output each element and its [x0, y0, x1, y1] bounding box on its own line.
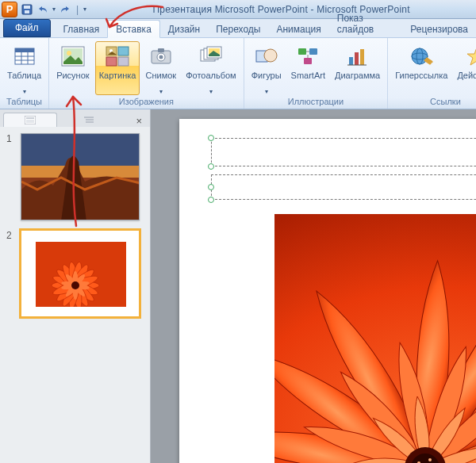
- table-icon: [12, 44, 37, 69]
- thumbnails: 1 2: [0, 127, 150, 333]
- slide-image[interactable]: [274, 214, 476, 463]
- action-icon: [464, 44, 476, 69]
- picture-icon: [60, 44, 86, 69]
- svg-rect-4: [15, 48, 34, 52]
- app-menu-button[interactable]: P: [2, 2, 17, 17]
- slide-thumbnail-1[interactable]: [21, 133, 140, 220]
- shapes-icon: [254, 44, 279, 69]
- slide-number: 1: [6, 133, 16, 220]
- group-illustrations: Фигуры ▾ SmartArt Диаграмма Иллюстрации: [244, 38, 389, 109]
- svg-point-20: [159, 55, 163, 59]
- smartart-button[interactable]: SmartArt: [287, 41, 329, 95]
- svg-rect-15: [118, 57, 129, 66]
- svg-point-26: [264, 49, 277, 62]
- group-label-links: Ссылки: [391, 95, 476, 109]
- flower-image-icon: [36, 242, 126, 307]
- tab-insert[interactable]: Вставка: [107, 20, 160, 38]
- tab-home[interactable]: Главная: [56, 21, 108, 37]
- ribbon-tabs: Файл Главная Вставка Дизайн Переходы Ани…: [0, 19, 476, 38]
- svg-rect-27: [298, 48, 306, 55]
- chart-button[interactable]: Диаграмма: [331, 41, 384, 95]
- outline-icon: [83, 116, 94, 124]
- svg-rect-13: [118, 47, 129, 55]
- work-area: × 1 2: [0, 109, 476, 463]
- svg-rect-2: [25, 10, 29, 13]
- group-label-tables: Таблицы: [3, 95, 45, 109]
- panel-close-button[interactable]: ×: [131, 115, 147, 127]
- slide[interactable]: [179, 119, 476, 463]
- tab-review[interactable]: Рецензирова: [402, 21, 476, 37]
- clipart-button[interactable]: Картинка: [95, 41, 140, 95]
- clipart-icon: [105, 44, 130, 69]
- slide-thumbnail-2[interactable]: [21, 230, 140, 317]
- panel-tab-slides[interactable]: [3, 113, 57, 127]
- resize-handle-icon[interactable]: [208, 197, 214, 203]
- photoalbum-icon: [198, 44, 224, 69]
- resize-handle-icon[interactable]: [208, 135, 214, 141]
- group-links: Гиперссылка Действие Ссылки: [388, 38, 476, 109]
- svg-rect-33: [355, 52, 359, 65]
- svg-marker-39: [467, 48, 476, 65]
- photoalbum-button[interactable]: Фотоальбом ▾: [182, 41, 240, 95]
- chart-icon: [345, 44, 370, 69]
- photoalbum-dropdown-icon: ▾: [209, 90, 213, 94]
- shapes-dropdown-icon: ▾: [265, 90, 268, 94]
- svg-rect-14: [106, 57, 117, 66]
- screenshot-button[interactable]: Снимок ▾: [141, 41, 180, 95]
- svg-point-36: [412, 48, 428, 64]
- svg-rect-32: [349, 57, 353, 65]
- slides-panel: × 1 2: [0, 109, 151, 463]
- panel-tabs: ×: [0, 109, 150, 127]
- svg-rect-18: [158, 48, 164, 52]
- slides-thumb-icon: [25, 116, 36, 124]
- resize-handle-icon[interactable]: [208, 163, 214, 170]
- titlebar: P ▾ | ▾ Презентация Microsoft PowerPoint…: [0, 0, 476, 19]
- hyperlink-icon: [409, 44, 434, 69]
- svg-point-11: [67, 51, 71, 55]
- table-dropdown-icon: ▾: [23, 90, 26, 94]
- group-label-illustrations: Иллюстрации: [248, 95, 385, 109]
- shapes-button[interactable]: Фигуры ▾: [248, 41, 286, 95]
- subtitle-placeholder[interactable]: [211, 174, 476, 200]
- tab-slideshow[interactable]: Показ слайдов: [329, 10, 403, 37]
- quick-access-toolbar: ▾ | ▾: [21, 3, 86, 16]
- undo-dropdown-icon[interactable]: ▾: [52, 7, 56, 12]
- tab-animation[interactable]: Анимация: [268, 21, 328, 37]
- tab-design[interactable]: Дизайн: [160, 21, 208, 37]
- flower-large-icon: [274, 214, 476, 463]
- tab-file[interactable]: Файл: [3, 19, 51, 37]
- svg-point-72: [428, 458, 432, 461]
- smartart-icon: [295, 44, 321, 69]
- svg-rect-34: [360, 49, 364, 65]
- panel-tab-outline[interactable]: [62, 113, 116, 127]
- window-title: Презентация Microsoft PowerPoint - Micro…: [86, 4, 476, 15]
- undo-icon[interactable]: [36, 3, 49, 16]
- table-button[interactable]: Таблица ▾: [3, 41, 45, 95]
- title-placeholder[interactable]: [211, 138, 476, 166]
- group-images: Рисунок Картинка Снимок ▾ Фотоальбом: [49, 38, 244, 109]
- app-letter: P: [6, 3, 13, 15]
- redo-icon[interactable]: [59, 3, 71, 16]
- svg-point-67: [71, 281, 79, 289]
- tab-transitions[interactable]: Переходы: [208, 21, 268, 37]
- group-tables: Таблица ▾ Таблицы: [0, 38, 49, 109]
- thumb-row-1: 1: [6, 133, 144, 220]
- svg-rect-1: [24, 6, 30, 9]
- svg-rect-28: [309, 48, 317, 55]
- slide-number: 2: [6, 230, 16, 317]
- thumb-row-2: 2: [6, 230, 144, 317]
- picture-button[interactable]: Рисунок: [52, 41, 94, 95]
- screenshot-icon: [148, 44, 174, 69]
- action-button[interactable]: Действие: [453, 41, 476, 90]
- slide-canvas[interactable]: [151, 109, 476, 463]
- svg-rect-44: [26, 120, 34, 123]
- svg-rect-29: [304, 58, 312, 64]
- save-icon[interactable]: [21, 3, 33, 16]
- ribbon: Таблица ▾ Таблицы Рисунок Картинка: [0, 38, 476, 109]
- svg-rect-43: [26, 117, 34, 119]
- resize-handle-icon[interactable]: [208, 184, 214, 190]
- group-label-images: Изображения: [52, 95, 240, 109]
- hyperlink-button[interactable]: Гиперссылка: [391, 41, 451, 90]
- qat-separator: |: [76, 4, 79, 15]
- screenshot-dropdown-icon: ▾: [159, 90, 163, 94]
